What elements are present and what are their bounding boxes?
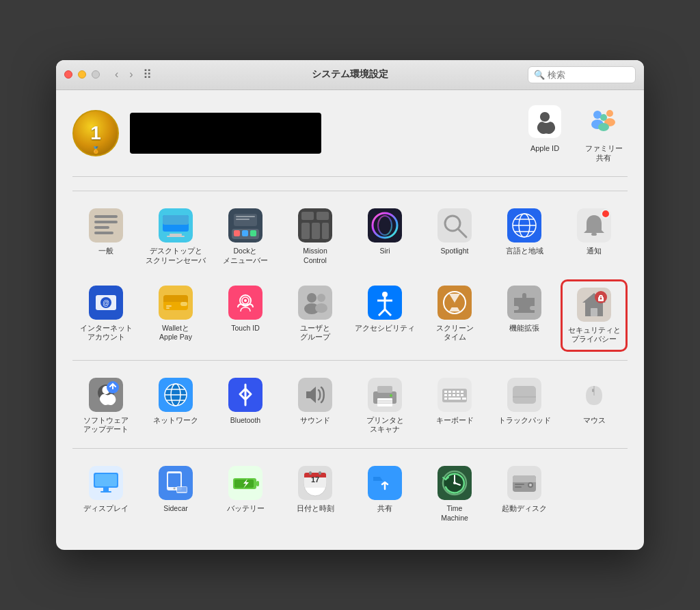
printers-icon (367, 377, 403, 413)
pref-keyboard[interactable]: キーボード (421, 372, 488, 440)
pref-mouse[interactable]: マウス (561, 372, 628, 440)
pref-bluetooth[interactable]: Bluetooth (212, 372, 279, 440)
pref-startup[interactable]: 起動ディスク (491, 460, 558, 528)
pref-internet[interactable]: @ インターネットアカウント (72, 279, 139, 352)
software-label: ソフトウェアアップデート (83, 416, 129, 434)
pref-timemachine[interactable]: TimeMachine (421, 460, 488, 528)
minimize-button[interactable] (78, 70, 86, 79)
svg-rect-29 (312, 223, 320, 239)
battery-label: バッテリー (227, 504, 265, 514)
language-label: 言語と地域 (506, 247, 543, 256)
svg-point-5 (600, 114, 607, 121)
sidecar-label: Sidecar (163, 504, 188, 514)
pref-sharing[interactable]: 共有 (351, 460, 418, 528)
avatar: 1 🏅 (72, 110, 119, 156)
pref-security[interactable]: セキュリティとプライバシー (561, 279, 628, 352)
svg-rect-118 (592, 389, 594, 392)
back-button[interactable]: ‹ (111, 67, 122, 82)
pref-general[interactable]: 一般 (72, 202, 139, 271)
grid-icon[interactable]: ⠿ (143, 67, 152, 82)
extensions-label: 機能拡張 (509, 324, 539, 333)
svg-rect-153 (513, 480, 536, 482)
svg-point-3 (606, 110, 613, 117)
svg-rect-20 (242, 230, 248, 236)
pref-battery[interactable]: バッテリー (212, 460, 279, 528)
users-icon (297, 285, 333, 320)
profile-right: Apple ID ファミリー共有 (521, 104, 628, 163)
bluetooth-label: Bluetooth (230, 416, 260, 426)
nav-buttons: ‹ › (111, 67, 137, 82)
svg-rect-19 (234, 230, 240, 236)
search-input[interactable] (548, 70, 630, 80)
svg-rect-107 (453, 394, 455, 396)
pref-wallet[interactable]: WalletとApple Pay (142, 279, 209, 352)
pref-notifications[interactable]: 通知 (561, 202, 628, 271)
apple-id-button[interactable]: Apple ID (521, 104, 569, 163)
svg-rect-106 (448, 394, 451, 396)
pref-software[interactable]: ソフトウェアアップデート (72, 372, 139, 440)
svg-rect-112 (462, 398, 466, 400)
svg-rect-8 (94, 215, 118, 218)
datetime-icon: 17 (297, 465, 333, 501)
svg-rect-53 (180, 302, 187, 306)
mission-icon (297, 208, 333, 243)
svg-rect-122 (103, 488, 109, 491)
security-icon (576, 287, 612, 322)
svg-rect-142 (319, 471, 321, 475)
pref-printers[interactable]: プリンタとスキャナ (351, 372, 418, 440)
svg-point-78 (600, 297, 602, 299)
svg-rect-101 (448, 391, 451, 393)
pref-accessibility[interactable]: アクセシビリティ (351, 279, 418, 352)
svg-rect-7 (89, 208, 123, 242)
svg-rect-21 (250, 230, 256, 236)
svg-rect-75 (591, 308, 597, 316)
avatar-number: 1 (90, 122, 101, 144)
pref-siri[interactable]: Siri (351, 202, 418, 271)
family-sharing-button[interactable]: ファミリー共有 (580, 104, 628, 163)
pref-extensions[interactable]: 機能拡張 (491, 279, 558, 352)
svg-rect-44 (591, 233, 597, 236)
users-label: ユーザとグループ (300, 324, 330, 342)
svg-rect-156 (515, 484, 524, 485)
pref-datetime[interactable]: 17 日付と時刻 (282, 460, 349, 528)
maximize-button[interactable] (92, 70, 100, 79)
pref-spotlight[interactable]: Spotlight (421, 202, 488, 271)
datetime-label: 日付と時刻 (297, 504, 334, 514)
svg-point-64 (315, 303, 327, 313)
pref-trackpad[interactable]: トラックパッド (491, 372, 558, 440)
svg-rect-23 (236, 216, 255, 217)
pref-desktop[interactable]: デスクトップとスクリーンセーバ (142, 202, 209, 271)
pref-mission[interactable]: MissionControl (282, 202, 349, 271)
pref-network[interactable]: ネットワーク (142, 372, 209, 440)
general-label: 一般 (98, 247, 113, 256)
svg-point-149 (453, 482, 456, 484)
svg-rect-54 (166, 305, 172, 307)
search-box[interactable]: 🔍 (528, 66, 636, 83)
pref-users[interactable]: ユーザとグループ (282, 279, 349, 352)
pref-display[interactable]: ディスプレイ (72, 460, 139, 528)
svg-rect-141 (309, 471, 312, 475)
svg-rect-56 (228, 286, 262, 320)
pref-sound[interactable]: サウンド (282, 372, 349, 440)
screentime-icon (437, 285, 472, 320)
svg-point-127 (174, 488, 176, 490)
svg-rect-24 (236, 219, 250, 220)
forward-button[interactable]: › (125, 67, 137, 82)
siri-label: Siri (379, 247, 390, 256)
svg-rect-110 (444, 398, 447, 400)
printers-label: プリンタとスキャナ (366, 416, 404, 434)
bluetooth-icon (228, 377, 263, 413)
pref-dock[interactable]: Dockとメニューバー (212, 202, 279, 271)
pref-screentime[interactable]: スクリーンタイム (421, 279, 488, 352)
close-button[interactable] (64, 70, 72, 79)
svg-rect-157 (515, 486, 522, 488)
svg-rect-132 (256, 481, 259, 486)
sound-icon (297, 377, 333, 413)
profile-name-block (130, 113, 521, 154)
pref-sidecar[interactable]: Sidecar (142, 460, 209, 528)
pref-language[interactable]: 言語と地域 (491, 202, 558, 271)
network-icon (158, 377, 193, 413)
svg-rect-111 (448, 398, 461, 400)
family-sharing-icon (586, 104, 621, 139)
pref-touchid[interactable]: Touch ID (212, 279, 279, 352)
